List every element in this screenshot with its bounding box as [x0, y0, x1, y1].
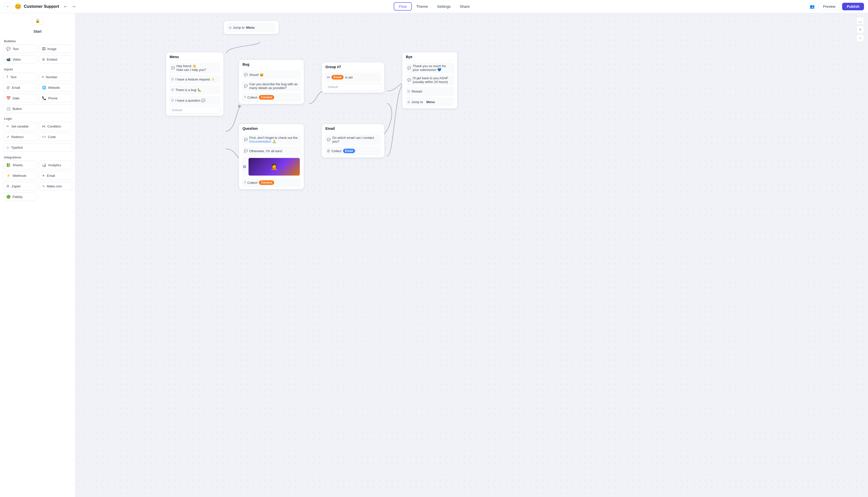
group7-default: Default — [325, 83, 381, 90]
menu-msg-1: 💬 Hey friend 👋How can I help you? — [169, 62, 220, 73]
website-icon: 🌐 — [42, 86, 46, 89]
lock-button[interactable]: 🔒 — [32, 17, 43, 24]
q-msg-icon-2: 💬 — [244, 149, 248, 153]
logic-section: Logic ✏ Set variable ⋈ Condition ↗ Redir… — [3, 117, 72, 152]
email-node-title: Email — [322, 124, 384, 132]
text-input-icon: T — [6, 75, 9, 79]
content-tag: Content — [259, 95, 274, 100]
block-phone[interactable]: 📞 Phone — [39, 94, 72, 102]
phone-icon: 📞 — [42, 96, 46, 100]
inputs-section: Inputs T Text # Number @ Email 🌐 Website — [3, 68, 72, 113]
publish-button[interactable]: Publish — [842, 3, 864, 10]
node-question[interactable]: Question 💬 First, don't forget to check … — [239, 124, 304, 189]
more-options-button[interactable]: ... — [856, 17, 864, 25]
bug-msg-2: 💬 Can you describe the bug with as many … — [242, 81, 301, 91]
menu-default: Default — [169, 106, 220, 114]
question-image-preview: 🤦 — [249, 158, 300, 175]
block-make[interactable]: ∿ Make.com — [39, 182, 72, 190]
node-jump-top[interactable]: ◎ Jump to Menu — [224, 20, 279, 34]
logic-title: Logic — [3, 117, 72, 120]
block-zapier[interactable]: ⚙ Zapier — [3, 182, 37, 190]
q-img-icon: 🖼 — [243, 165, 246, 169]
filter-icon: ⋈ — [327, 75, 330, 79]
block-pabbly[interactable]: 🟢 Pabbly — [3, 193, 37, 201]
node-email[interactable]: Email 💬 On which email can I contact you… — [322, 124, 384, 158]
bye-msg-icon-2: 💬 — [407, 78, 411, 82]
button-icon: ⬜ — [6, 106, 11, 111]
block-video[interactable]: 📹 Video — [3, 55, 37, 63]
image-bubble-icon: 🖼 — [42, 47, 45, 51]
email-msg-icon-1: 💬 — [327, 138, 331, 141]
inputs-grid: T Text # Number @ Email 🌐 Website 📅 — [3, 73, 72, 113]
jump-top-row: ◎ Jump to Menu — [227, 23, 276, 32]
tab-flow[interactable]: Flow — [394, 2, 412, 11]
header: ← 😊 Customer Support ↩ ↪ Flow Theme Sett… — [0, 0, 868, 13]
block-condition[interactable]: ⋈ Condition — [39, 122, 72, 130]
tab-settings[interactable]: Settings — [432, 3, 455, 10]
app-body: 🔒 Start Bubbles 💬 Text 🖼 Image 📹 Video — [0, 13, 868, 497]
bye-jump-icon: ◎ — [407, 100, 410, 104]
choice-icon-2: ☑ — [171, 88, 174, 91]
menu-choice-3: ☑ I have a question 💬 — [169, 96, 220, 105]
redo-button[interactable]: ↪ — [70, 3, 78, 10]
block-webhook[interactable]: ⚡ Webhook — [3, 171, 37, 180]
bye-node-title: Bye — [402, 52, 457, 61]
jump-top-icon: ◎ — [229, 26, 232, 29]
block-button[interactable]: ⬜ Button — [3, 104, 72, 113]
block-email[interactable]: @ Email — [3, 83, 37, 92]
bubbles-title: Bubbles — [3, 40, 72, 43]
node-menu[interactable]: Menu 💬 Hey friend 👋How can I help you? ☑… — [166, 52, 224, 116]
block-text[interactable]: 💬 Text — [3, 44, 37, 53]
node-bye[interactable]: Bye 💬 Thank you so much for your submiss… — [402, 52, 457, 109]
question-node-body: 💬 First, don't forget to check out the D… — [239, 132, 304, 189]
menu-choice-2: ☑ There is a bug 🐛 — [169, 85, 220, 94]
menu-choice-1: ☑ I have a feature request ✨ — [169, 75, 220, 84]
analytics-icon: 📊 — [42, 163, 46, 167]
group7-node-body: ⋈ Email is set Default — [322, 71, 384, 93]
block-sheets[interactable]: 📗 Sheets — [3, 161, 37, 169]
block-image[interactable]: 🖼 Image — [39, 44, 72, 53]
block-redirect[interactable]: ↗ Redirect — [3, 132, 37, 141]
block-typebot[interactable]: ◇ Typebot — [3, 143, 72, 152]
inputs-title: Inputs — [3, 68, 72, 71]
header-nav: Flow Theme Settings Share — [394, 2, 474, 11]
zoom-in-button[interactable]: + — [856, 26, 864, 33]
question-img: 🖼 🤦 — [242, 157, 301, 176]
flow-canvas[interactable]: ◎ Jump to Menu Menu 💬 Hey friend 👋How ca… — [75, 13, 868, 497]
block-number[interactable]: # Number — [39, 73, 72, 81]
integrations-grid: 📗 Sheets 📊 Analytics ⚡ Webhook ✈ Email ⚙ — [3, 161, 72, 201]
bug-msg-icon-1: 💬 — [244, 73, 248, 76]
email-tag-blue: Email — [343, 148, 355, 153]
msg-icon-1: 💬 — [171, 66, 175, 70]
undo-button[interactable]: ↩ — [62, 3, 69, 10]
email-msg-1: 💬 On which email can I contact you? — [325, 134, 381, 145]
block-date[interactable]: 📅 Date — [3, 94, 37, 102]
canvas-controls: ... + − — [856, 17, 864, 42]
preview-button[interactable]: Preview — [819, 3, 840, 10]
email-icon: @ — [6, 86, 10, 89]
collaborators-button[interactable]: 👥 — [808, 2, 816, 11]
block-website[interactable]: 🌐 Website — [39, 83, 72, 92]
bye-msg-icon-1: 💬 — [407, 66, 411, 70]
bot-name: Customer Support — [24, 4, 59, 9]
node-group7[interactable]: Group #7 ⋈ Email is set Default — [322, 62, 384, 93]
block-code[interactable]: <> Code — [39, 132, 72, 141]
webhook-icon: ⚡ — [6, 173, 11, 178]
pabbly-icon: 🟢 — [6, 195, 11, 199]
block-embed[interactable]: ⊞ Embed — [39, 55, 72, 63]
node-bug[interactable]: Bug 💬 Shoot! 😄 💬 Can you describe the bu… — [239, 60, 304, 104]
bug-collect-icon: T — [244, 96, 246, 99]
back-button[interactable]: ← — [4, 2, 12, 11]
zoom-out-button[interactable]: − — [856, 34, 864, 42]
block-analytics[interactable]: 📊 Analytics — [39, 161, 72, 169]
typebot-icon: ◇ — [6, 145, 9, 150]
block-set-variable[interactable]: ✏ Set variable — [3, 122, 37, 130]
logic-grid: ✏ Set variable ⋈ Condition ↗ Redirect <>… — [3, 122, 72, 152]
bye-jump: ◎ Jump to Menu — [406, 97, 454, 106]
block-email-integration[interactable]: ✈ Email — [39, 171, 72, 180]
tab-share[interactable]: Share — [455, 3, 474, 10]
email-collect: @ Collect Email — [325, 146, 381, 155]
zapier-icon: ⚙ — [6, 184, 10, 188]
block-text-input[interactable]: T Text — [3, 73, 37, 81]
tab-theme[interactable]: Theme — [412, 3, 432, 10]
